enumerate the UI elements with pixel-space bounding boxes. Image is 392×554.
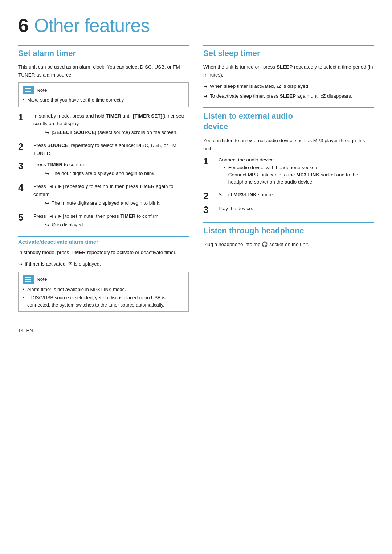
step-num-4: 4 xyxy=(18,182,30,193)
set-alarm-timer-section: Set alarm timer xyxy=(18,45,189,58)
step1-arrow: ↪ [SELECT SOURCE] (select source) scroll… xyxy=(45,128,189,136)
step-content-3: Press TIMER to confirm. ↪ The hour digit… xyxy=(33,161,189,179)
ext-sub-bullet-1: • For audio device with headphone socket… xyxy=(224,164,374,186)
note-item-2-1: If DISC/USB source is selected, yet no d… xyxy=(23,294,184,308)
ext-step-num-1: 1 xyxy=(203,156,215,167)
set-alarm-timer-title: Set alarm timer xyxy=(18,49,189,58)
note-box-1: Note Make sure that you have set the tim… xyxy=(18,82,189,107)
ext-step-3: 3 Play the device. xyxy=(203,205,374,215)
sleep-timer-section: Set sleep timer When the unit is turned … xyxy=(203,45,374,100)
headphone-title: Listen through headphone xyxy=(203,226,374,235)
sleep-timer-title: Set sleep timer xyxy=(203,49,374,58)
sleep-timer-section-title: Set sleep timer xyxy=(203,45,374,58)
ext-step-content-2: Select MP3-LINK source. xyxy=(219,191,374,199)
note-header-2: Note xyxy=(23,275,184,284)
activate-alarm-arrow: ↪ If timer is activated, ✉ is displayed. xyxy=(18,260,189,268)
note-icon-1 xyxy=(23,86,34,94)
sleep-timer-body: When the unit is turned on, press SLEEP … xyxy=(203,63,374,79)
page-language: EN xyxy=(26,328,33,333)
step-content-1: In standby mode, press and hold TIMER un… xyxy=(33,112,189,138)
note-label-2: Note xyxy=(37,276,47,282)
chapter-heading: 6Other features xyxy=(18,15,189,36)
note-item-2-0: Alarm timer is not available in MP3 LINK… xyxy=(23,286,184,293)
sleep-bullet-2: ↪ To deactivate sleep timer, press SLEEP… xyxy=(203,92,374,100)
step3-arrow: ↪ The hour digits are displayed and begi… xyxy=(45,169,189,177)
step-num-3: 3 xyxy=(18,161,30,171)
note-label-1: Note xyxy=(37,87,47,93)
left-column: Set alarm timer This unit can be used as… xyxy=(18,45,189,317)
alarm-step-3: 3 Press TIMER to confirm. ↪ The hour dig… xyxy=(18,161,189,179)
external-audio-title: Listen to external audiodevice xyxy=(203,111,374,132)
chapter-number: 6 xyxy=(18,15,28,36)
step-num-5: 5 xyxy=(18,212,30,223)
external-steps-list: 1 Connect the audio device. • For audio … xyxy=(203,156,374,215)
step-num-1: 1 xyxy=(18,112,30,123)
activate-alarm-body: In standby mode, press TIMER repeatedly … xyxy=(18,249,189,257)
note-item-1-0: Make sure that you have set the time cor… xyxy=(23,97,184,104)
right-column: Set sleep timer When the unit is turned … xyxy=(203,45,374,317)
set-alarm-intro: This unit can be used as an alarm clock.… xyxy=(18,63,189,79)
headphone-body: Plug a headphone into the 🎧 socket on th… xyxy=(203,241,374,249)
alarm-step-2: 2 Press SOURCE repeatedly to select a so… xyxy=(18,141,189,157)
external-audio-section: Listen to external audiodevice You can l… xyxy=(203,107,374,215)
ext-step-content-1: Connect the audio device. • For audio de… xyxy=(219,156,374,187)
activate-alarm-section: Activate/deactivate alarm timer xyxy=(18,236,189,245)
external-audio-section-title: Listen to external audiodevice xyxy=(203,107,374,132)
step-content-4: Press |◄ / ►| repeatedly to set hour, th… xyxy=(33,182,189,209)
step-content-5: Press |◄ / ►| to set minute, then press … xyxy=(33,212,189,230)
page-footer: 14 EN xyxy=(18,328,374,333)
step4-arrow: ↪ The minute digits are displayed and be… xyxy=(45,199,189,207)
sleep-bullet-1: ↪ When sleep timer is activated, zZ is d… xyxy=(203,82,374,90)
ext-step-1: 1 Connect the audio device. • For audio … xyxy=(203,156,374,187)
step5-arrow: ↪ ⊙ is displayed. xyxy=(45,221,189,229)
note-icon-2 xyxy=(23,275,34,284)
alarm-step-1: 1 In standby mode, press and hold TIMER … xyxy=(18,112,189,138)
activate-alarm-title: Activate/deactivate alarm timer xyxy=(18,239,189,245)
ext-step-num-3: 3 xyxy=(203,205,215,215)
ext-step-num-2: 2 xyxy=(203,191,215,201)
external-audio-body: You can listen to an external audio devi… xyxy=(203,137,374,152)
step-content-2: Press SOURCE repeatedly to select a sour… xyxy=(33,141,189,157)
page-number: 14 xyxy=(18,328,23,333)
step-num-2: 2 xyxy=(18,141,30,152)
alarm-steps-list: 1 In standby mode, press and hold TIMER … xyxy=(18,112,189,230)
chapter-title: Other features xyxy=(34,15,150,36)
ext-step-content-3: Play the device. xyxy=(219,205,374,213)
note-header-1: Note xyxy=(23,86,184,94)
ext-step-2: 2 Select MP3-LINK source. xyxy=(203,191,374,201)
headphone-section: Listen through headphone Plug a headphon… xyxy=(203,222,374,249)
note-box-2: Note Alarm timer is not available in MP3… xyxy=(18,272,189,312)
headphone-section-title: Listen through headphone xyxy=(203,222,374,235)
alarm-step-4: 4 Press |◄ / ►| repeatedly to set hour, … xyxy=(18,182,189,209)
alarm-step-5: 5 Press |◄ / ►| to set minute, then pres… xyxy=(18,212,189,230)
